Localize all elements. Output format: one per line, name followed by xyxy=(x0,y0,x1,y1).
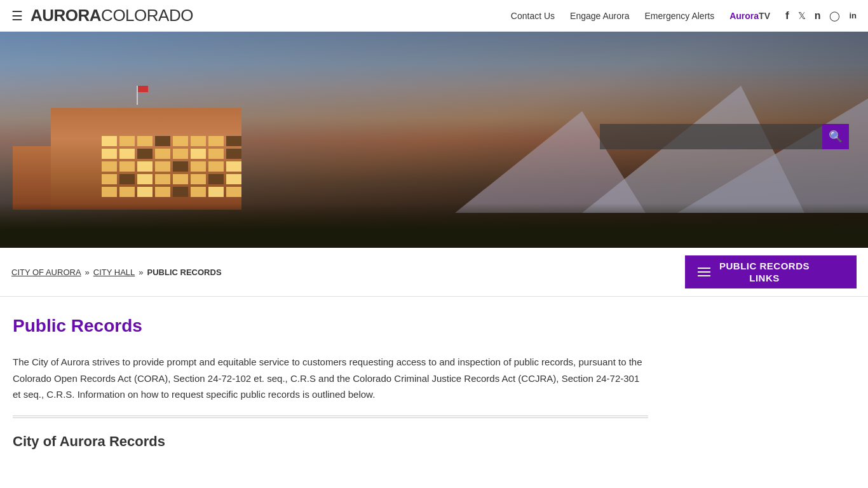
window xyxy=(119,187,135,197)
building-windows xyxy=(102,136,241,197)
window xyxy=(137,149,153,159)
divider-1 xyxy=(13,416,648,416)
breadcrumb-city-of-aurora[interactable]: CITY OF AURORA xyxy=(11,268,81,277)
mountain-right xyxy=(677,98,868,213)
menu-line xyxy=(698,268,710,269)
window xyxy=(226,187,241,197)
flag xyxy=(138,86,148,92)
window xyxy=(191,149,206,159)
window xyxy=(155,149,170,159)
window xyxy=(173,187,188,197)
hero-search: 🔍 xyxy=(600,124,849,149)
hero-image: 🔍 xyxy=(0,32,868,248)
breadcrumb: CITY OF AURORA » CITY HALL » PUBLIC RECO… xyxy=(11,268,222,277)
trees xyxy=(0,203,868,248)
emergency-alerts-link[interactable]: Emergency Alerts xyxy=(644,11,714,21)
header-nav: Contact Us Engage Aurora Emergency Alert… xyxy=(511,10,857,22)
page-body: The City of Aurora strives to provide pr… xyxy=(13,354,648,403)
section2-title: City of Aurora Records xyxy=(13,433,648,450)
window xyxy=(119,174,135,184)
window xyxy=(102,174,117,184)
mountains xyxy=(296,86,868,213)
window xyxy=(102,149,117,159)
building-main xyxy=(51,108,241,210)
window xyxy=(119,149,135,159)
window xyxy=(208,187,224,197)
logo-aurora: AURORA xyxy=(31,6,101,25)
window xyxy=(137,136,153,146)
breadcrumb-sep1: » xyxy=(85,268,90,277)
window xyxy=(191,187,206,197)
window xyxy=(208,136,224,146)
window xyxy=(191,136,206,146)
search-button[interactable]: 🔍 xyxy=(822,124,849,149)
contact-us-link[interactable]: Contact Us xyxy=(511,11,555,21)
search-icon: 🔍 xyxy=(829,130,843,144)
social-icons: f 𝕏 n ◯ in xyxy=(785,10,857,22)
nextdoor-icon[interactable]: n xyxy=(815,10,821,22)
window xyxy=(226,174,241,184)
building xyxy=(13,83,280,210)
window xyxy=(137,161,153,172)
page-title: Public Records xyxy=(13,316,648,336)
window xyxy=(191,174,206,184)
flag-pole xyxy=(137,86,138,105)
window xyxy=(173,161,188,172)
public-records-links-button[interactable]: PUBLIC RECORDS LINKS xyxy=(685,255,857,288)
window xyxy=(102,187,117,197)
window xyxy=(226,149,241,159)
menu-lines-icon xyxy=(698,268,710,276)
window xyxy=(119,136,135,146)
aurora-tv-tv: TV xyxy=(759,11,770,21)
window xyxy=(226,161,241,172)
search-input[interactable] xyxy=(600,124,822,149)
breadcrumb-sep2: » xyxy=(139,268,143,277)
window xyxy=(102,161,117,172)
engage-aurora-link[interactable]: Engage Aurora xyxy=(570,11,629,21)
window xyxy=(155,174,170,184)
window xyxy=(208,174,224,184)
window xyxy=(208,161,224,172)
divider-2 xyxy=(13,417,648,418)
button-label-line2: LINKS xyxy=(719,272,810,285)
window xyxy=(173,174,188,184)
window xyxy=(155,187,170,197)
button-text-block: PUBLIC RECORDS LINKS xyxy=(719,260,810,285)
site-logo[interactable]: AURORAcolorado xyxy=(31,6,193,25)
site-header: ☰ AURORAcolorado Contact Us Engage Auror… xyxy=(0,0,868,32)
button-label-line1: PUBLIC RECORDS xyxy=(719,260,810,273)
window xyxy=(155,136,170,146)
header-left: ☰ AURORAcolorado xyxy=(11,6,193,25)
breadcrumb-bar: CITY OF AURORA » CITY HALL » PUBLIC RECO… xyxy=(0,248,868,297)
aurora-tv-link[interactable]: AuroraTV xyxy=(729,11,770,21)
breadcrumb-city-hall[interactable]: CITY HALL xyxy=(93,268,135,277)
hamburger-icon[interactable]: ☰ xyxy=(11,8,23,24)
facebook-icon[interactable]: f xyxy=(785,10,789,22)
window xyxy=(191,161,206,172)
menu-line xyxy=(698,275,710,276)
aurora-tv-aurora: Aurora xyxy=(729,11,759,21)
main-content: Public Records The City of Aurora strive… xyxy=(0,297,661,469)
window xyxy=(119,161,135,172)
window xyxy=(173,149,188,159)
linkedin-icon[interactable]: in xyxy=(849,11,857,20)
breadcrumb-current: PUBLIC RECORDS xyxy=(147,268,222,277)
window xyxy=(102,136,117,146)
menu-line xyxy=(698,271,710,273)
window xyxy=(208,149,224,159)
window xyxy=(137,174,153,184)
window xyxy=(173,136,188,146)
window xyxy=(137,187,153,197)
logo-colorado: colorado xyxy=(101,6,193,25)
window xyxy=(226,136,241,146)
twitter-icon[interactable]: 𝕏 xyxy=(798,10,806,22)
instagram-icon[interactable]: ◯ xyxy=(829,10,840,22)
window xyxy=(155,161,170,172)
